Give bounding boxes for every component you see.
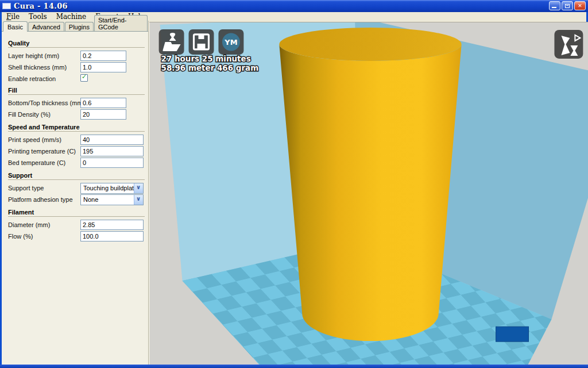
section-fill: Fill Bottom/Top thickness (mm) Fill Dens… xyxy=(2,87,148,120)
youmagine-label: YM xyxy=(224,38,237,47)
flow-input[interactable] xyxy=(80,231,144,241)
viewport-3d: YM 27 hours 25 minutes 58.96 meter 466 g… xyxy=(149,21,586,365)
menubar: File Tools Machine Expert Help xyxy=(2,12,586,21)
printing-temperature-input[interactable] xyxy=(80,146,144,156)
chevron-down-icon: ∨ xyxy=(136,195,141,202)
settings-panel: Basic Advanced Plugins Start/End-GCode Q… xyxy=(2,21,149,365)
platform-adhesion-select[interactable]: None ∨ xyxy=(80,194,144,205)
load-model-button[interactable] xyxy=(159,29,184,55)
bottom-top-thickness-input[interactable] xyxy=(80,98,126,108)
platform-adhesion-label: Platform adhesion type xyxy=(8,196,73,203)
section-title: Filament xyxy=(8,209,37,216)
check-icon: ✓ xyxy=(82,73,87,80)
menu-tools[interactable]: Tools xyxy=(24,13,52,21)
section-title: Support xyxy=(8,172,36,179)
platform-adhesion-value: None xyxy=(83,196,98,203)
plate-front-marker xyxy=(496,327,529,342)
window-border-bottom xyxy=(0,365,588,368)
enable-retraction-checkbox[interactable]: ✓ xyxy=(80,74,88,82)
titlebar: Cura - 14.06 ✕ xyxy=(0,0,588,12)
tab-advanced[interactable]: Advanced xyxy=(28,22,64,31)
support-type-value: Touching buildplate xyxy=(83,185,137,191)
tab-start-end-gcode[interactable]: Start/End-GCode xyxy=(94,15,148,31)
flow-label: Flow (%) xyxy=(8,233,33,240)
layer-height-input[interactable] xyxy=(80,51,126,61)
section-title: Quality xyxy=(8,40,33,47)
restore-icon xyxy=(565,4,570,8)
window-title: Cura - 14.06 xyxy=(14,2,68,10)
support-type-select[interactable]: Touching buildplate ∨ xyxy=(80,183,144,194)
diameter-label: Diameter (mm) xyxy=(8,221,50,228)
settings-form: Quality Layer height (mm) Shell thicknes… xyxy=(2,32,148,242)
fill-density-input[interactable] xyxy=(80,109,126,120)
scene-canvas[interactable]: YM 27 hours 25 minutes 58.96 meter 466 g… xyxy=(149,22,588,365)
close-button[interactable]: ✕ xyxy=(574,1,586,10)
shell-thickness-input[interactable] xyxy=(80,62,126,72)
printing-temperature-label: Printing temperature (C) xyxy=(8,148,76,155)
section-filament: Filament Diameter (mm) Flow (%) xyxy=(2,209,148,242)
fill-density-label: Fill Density (%) xyxy=(8,111,51,118)
cylinder-top xyxy=(279,28,461,61)
tabstrip: Basic Advanced Plugins Start/End-GCode xyxy=(2,21,148,32)
print-speed-input[interactable] xyxy=(80,135,144,145)
minimize-icon xyxy=(552,7,556,8)
dropdown-button[interactable]: ∨ xyxy=(134,183,143,193)
bed-temperature-input[interactable] xyxy=(80,158,144,168)
model-cylinder[interactable] xyxy=(279,28,461,341)
diameter-input[interactable] xyxy=(80,220,144,230)
dropdown-button[interactable]: ∨ xyxy=(134,195,143,205)
print-material-stat: 58.96 meter 466 gram xyxy=(161,63,259,72)
section-title: Fill xyxy=(8,87,21,94)
restore-button[interactable] xyxy=(562,1,573,10)
tab-plugins[interactable]: Plugins xyxy=(65,22,94,31)
section-title: Speed and Temperature xyxy=(8,124,83,131)
enable-retraction-label: Enable retraction xyxy=(8,75,56,82)
section-quality: Quality Layer height (mm) Shell thicknes… xyxy=(2,40,148,83)
close-icon: ✕ xyxy=(575,3,585,9)
view-mode-button[interactable] xyxy=(554,30,583,59)
bed-temperature-label: Bed temperature (C) xyxy=(8,159,65,166)
print-time-stat: 27 hours 25 minutes xyxy=(161,54,251,63)
cylinder-side xyxy=(279,44,461,341)
chevron-down-icon: ∨ xyxy=(136,184,141,190)
section-support: Support Support type Touching buildplate… xyxy=(2,172,148,205)
minimize-button[interactable] xyxy=(549,1,560,10)
menu-file[interactable]: File xyxy=(2,13,24,21)
app-icon xyxy=(2,3,11,9)
tab-basic[interactable]: Basic xyxy=(3,21,28,32)
print-speed-label: Print speed (mm/s) xyxy=(8,136,61,143)
layer-height-label: Layer height (mm) xyxy=(8,52,59,59)
share-youmagine-button[interactable]: YM xyxy=(218,29,243,55)
shell-thickness-label: Shell thickness (mm) xyxy=(8,64,67,71)
support-type-label: Support type xyxy=(8,185,44,191)
bottom-top-thickness-label: Bottom/Top thickness (mm) xyxy=(8,99,84,106)
section-speed-temperature: Speed and Temperature Print speed (mm/s)… xyxy=(2,124,148,168)
save-toolpath-button[interactable] xyxy=(189,29,214,55)
main-area: Basic Advanced Plugins Start/End-GCode Q… xyxy=(2,21,586,365)
menu-machine[interactable]: Machine xyxy=(52,13,91,21)
